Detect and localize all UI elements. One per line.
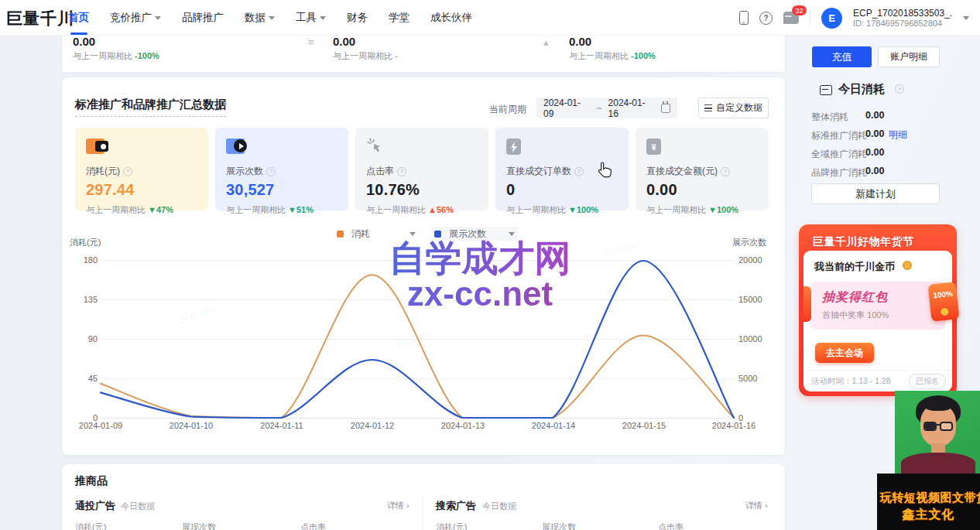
promo-inner-card: 我当前的千川金币 抽奖得红包 首抽中奖率 100% 100% 去主会场 活动时间…: [804, 251, 952, 392]
lottery-title: 抽奖得红包: [822, 289, 888, 306]
lottery-banner: 抽奖得红包 首抽中奖率 100% 100%: [810, 282, 946, 330]
click-icon: [366, 137, 478, 157]
promo-period: 活动时间：1.13 - 1.28: [811, 376, 891, 387]
envelope-label: 100%: [929, 289, 958, 300]
brand-logo[interactable]: 巨量千川: [6, 8, 74, 29]
glasses-bridge: [936, 424, 941, 426]
help-icon[interactable]: ?: [759, 12, 773, 25]
y-tick: 135: [70, 295, 98, 304]
ad-group-tag: 今日数据: [482, 501, 516, 512]
help-icon[interactable]: ?: [574, 167, 584, 176]
recharge-button[interactable]: 充值: [812, 46, 872, 67]
promo-cta-button[interactable]: 去主会场: [815, 343, 874, 363]
nav-label: 财务: [347, 11, 368, 25]
watermark-ghost: zx-cc.net: [603, 238, 642, 260]
nav-item-brand[interactable]: 品牌推广: [182, 11, 224, 25]
red-envelope-icon: [804, 286, 811, 322]
yuan-icon: ¥: [646, 137, 758, 157]
watermark-text-url: zx-cc.net: [279, 277, 681, 312]
metric-value: 0.00: [646, 181, 758, 199]
legend-select-impressions[interactable]: 展示次数: [431, 227, 518, 241]
watermark-ghost: zx-cc.net: [177, 304, 216, 326]
cost-row-label: 品牌推广消耗: [811, 166, 867, 180]
notification-badge: 32: [792, 5, 807, 15]
main-nav: 首页 竞价推广 品牌推广 数据 工具 财务 学堂 成长伙伴: [68, 0, 472, 36]
metric-card-ctr[interactable]: 点击率? 10.76% 与上一周期相比 ▲56%: [355, 128, 488, 210]
metric-label: 点击率: [366, 166, 394, 176]
column-header: 展现次数: [542, 521, 576, 530]
calendar-icon: [661, 104, 670, 113]
camera-icon: [86, 137, 197, 157]
custom-data-button[interactable]: 自定义数据: [698, 97, 769, 118]
cost-line: [101, 275, 734, 418]
cost-row-label: 标准推广消耗: [811, 129, 867, 142]
period-label: 当前周期: [489, 103, 526, 116]
navbar-actions: ? 32 E ECP_1702018533503_... ID: 1784695…: [739, 0, 969, 36]
nav-item-bidding[interactable]: 竞价推广: [110, 11, 161, 25]
detail-link[interactable]: 详情 ›: [387, 500, 409, 511]
y-tick: 45: [70, 374, 98, 383]
y-tick: 180: [70, 255, 98, 265]
change-value: -100%: [631, 51, 656, 60]
nav-item-academy[interactable]: 学堂: [389, 11, 409, 25]
button-label: 自定义数据: [716, 101, 762, 115]
ad-group-name: 通投广告: [75, 499, 115, 513]
detail-link[interactable]: 详情 ›: [745, 500, 768, 511]
help-icon[interactable]: ?: [895, 84, 904, 94]
promo-subtitle: 我当前的千川金币: [814, 260, 895, 274]
account-name: ECP_1702018533503_...: [853, 8, 952, 19]
mouse-cursor: [596, 161, 613, 180]
help-icon[interactable]: ?: [397, 167, 406, 176]
wallet-icon: [820, 85, 832, 95]
status-badge: 已报名: [909, 374, 946, 389]
x-tick: 2024-01-16: [701, 421, 766, 430]
metric-label: 直接成交金额(元): [646, 166, 718, 176]
promo-card[interactable]: 巨量千川好物年货节 我当前的千川金币 抽奖得红包 首抽中奖率 100% 100%…: [799, 224, 957, 396]
legend-label: 展示次数: [449, 227, 501, 241]
person-hairline: [926, 403, 951, 411]
metric-label: 展示次数: [226, 166, 263, 176]
promo-title: 巨量千川好物年货节: [813, 235, 914, 249]
account-detail-button[interactable]: 账户明细: [878, 46, 940, 67]
detail-link[interactable]: 明细: [889, 128, 907, 142]
caption-line2: 鑫主文化: [877, 507, 980, 523]
metric-value: 0.00: [333, 35, 355, 48]
account-info[interactable]: ECP_1702018533503_... ID: 17846957968528…: [853, 8, 952, 28]
cost-row-label: 整体消耗: [811, 111, 848, 124]
change-value: -100%: [135, 51, 159, 60]
top-navbar: 巨量千川 首页 竞价推广 品牌推广 数据 工具 财务 学堂 成长伙伴 ? 32 …: [0, 0, 980, 36]
date-range-picker[interactable]: 2024-01-09 ~ 2024-01-16: [536, 97, 677, 118]
metric-card-impressions[interactable]: 展示次数? 30,527 与上一周期相比 ▼51%: [215, 128, 348, 210]
metric-label: 直接成交订单数: [506, 166, 571, 176]
nav-item-partner[interactable]: 成长伙伴: [430, 11, 472, 25]
legend-label: 消耗: [351, 227, 402, 241]
cost-row-value: 0.00: [865, 110, 884, 121]
help-icon[interactable]: ?: [123, 167, 132, 176]
nav-item-data[interactable]: 数据: [245, 11, 275, 25]
metric-value: 30,527: [226, 181, 338, 199]
help-icon[interactable]: ?: [266, 167, 276, 176]
y-tick: 90: [70, 334, 98, 344]
mobile-app-icon[interactable]: [739, 11, 749, 25]
legend-select-cost[interactable]: 消耗: [337, 227, 416, 241]
nav-item-tools[interactable]: 工具: [296, 11, 326, 25]
chevron-down-icon[interactable]: [963, 16, 969, 20]
nav-label: 成长伙伴: [430, 11, 472, 25]
legend-swatch: [434, 231, 441, 238]
avatar[interactable]: E: [821, 8, 842, 29]
nav-item-finance[interactable]: 财务: [347, 11, 368, 25]
gridline: [101, 299, 734, 300]
video-caption-band: 玩转短视频图文带货 鑫主文化: [877, 474, 980, 530]
nav-item-home[interactable]: 首页: [68, 11, 89, 25]
message-icon[interactable]: 32: [783, 12, 799, 24]
divider: [422, 495, 423, 530]
help-icon[interactable]: ?: [721, 167, 730, 176]
metric-card-cost[interactable]: 消耗(元)? 297.44 与上一周期相比 ▼47%: [75, 128, 208, 210]
gridline: [101, 260, 734, 261]
chevron-down-icon: [155, 16, 161, 20]
change-value: ▼47%: [148, 205, 173, 214]
new-plan-button[interactable]: 新建计划: [811, 183, 940, 204]
metric-card-direct-gmv[interactable]: ¥ 直接成交金额(元)? 0.00 与上一周期相比 ▼100%: [636, 128, 769, 210]
nav-label: 首页: [68, 11, 89, 25]
x-axis-line: [101, 418, 734, 419]
